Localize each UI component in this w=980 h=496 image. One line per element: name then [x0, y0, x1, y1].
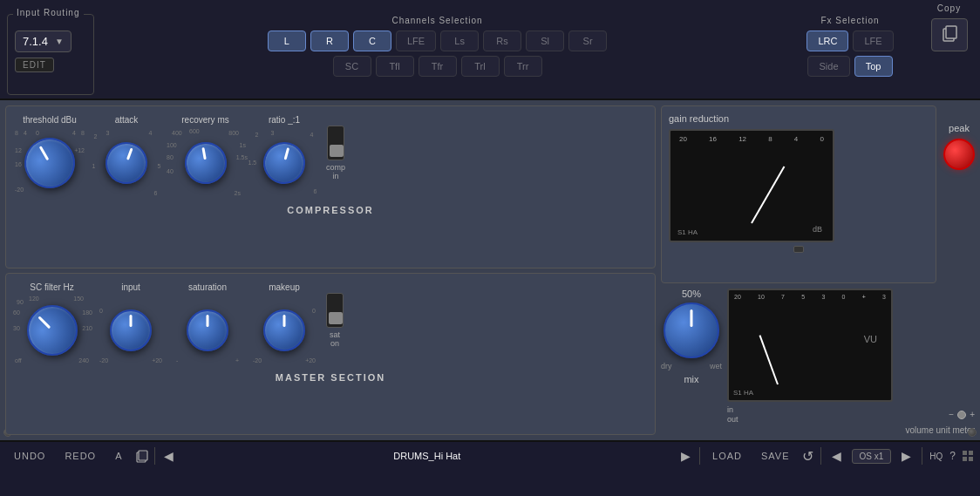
- vu-right-label: VU: [864, 334, 877, 344]
- fx-btn-Top[interactable]: Top: [854, 56, 893, 77]
- ratio-group: ratio _:1 2 3 4 1.5 6: [249, 115, 319, 198]
- sc-filter-knob[interactable]: [16, 294, 87, 365]
- comp-toggle-switch[interactable]: [327, 126, 344, 160]
- saturation-label: saturation: [188, 282, 227, 292]
- gain-meter-box: 20 16 12 8 4 0 dB S1 HA: [669, 129, 834, 242]
- channel-btn-L[interactable]: L: [268, 31, 306, 51]
- sat-toggle-thumb: [329, 312, 343, 324]
- os-next-btn[interactable]: ▶: [898, 447, 915, 465]
- ratio-label: ratio _:1: [269, 115, 300, 125]
- attack-label: attack: [115, 115, 139, 125]
- fx-row-2: Side Top: [807, 56, 892, 77]
- attack-knob-area: 2 3 4 1 5 6: [94, 128, 160, 198]
- gain-scale-12: 12: [738, 135, 746, 143]
- fx-btn-LRC[interactable]: LRC: [806, 31, 848, 51]
- edit-button[interactable]: EDIT: [15, 58, 54, 72]
- top-bar: Input Routing 7.1.4 ▼ EDIT Channels Sele…: [0, 0, 980, 100]
- attack-knob[interactable]: [99, 136, 153, 190]
- copy-button[interactable]: [931, 18, 968, 51]
- vu-minus-btn[interactable]: −: [949, 410, 954, 419]
- a-label[interactable]: A: [108, 448, 129, 464]
- channel-btn-Sr[interactable]: Sr: [568, 31, 607, 51]
- preset-name: DRUMS_Hi Hat: [182, 451, 673, 461]
- mix-section: 50% dry wet mix: [661, 289, 722, 435]
- threshold-group: threshold dBu 8 4 0 4 8 12 +12 16 -20: [15, 115, 85, 198]
- comp-toggle-thumb: [330, 145, 344, 157]
- channel-btn-SC[interactable]: SC: [333, 56, 371, 77]
- makeup-group: makeup 0 -20 +20: [249, 282, 319, 365]
- vu-plus-btn[interactable]: +: [970, 410, 975, 419]
- threshold-scale-l1: 12: [15, 147, 22, 153]
- routing-dropdown[interactable]: 7.1.4 ▼: [15, 31, 71, 52]
- peak-led[interactable]: [943, 139, 975, 170]
- saturation-knob[interactable]: [187, 309, 228, 351]
- right-panel: gain reduction 20 16 12 8 4 0 dB S1 HA: [661, 105, 975, 435]
- save-button[interactable]: SAVE: [754, 448, 797, 464]
- gain-scale-4: 4: [794, 135, 798, 143]
- gain-db-label: dB: [813, 225, 822, 234]
- os-label[interactable]: OS x1: [852, 449, 892, 464]
- input-knob[interactable]: [110, 309, 152, 351]
- copy-icon: [941, 24, 958, 42]
- gain-scale-8: 8: [768, 135, 772, 143]
- copy-small-icon[interactable]: [135, 449, 149, 463]
- channel-btn-Sl[interactable]: Sl: [526, 31, 564, 51]
- makeup-label: makeup: [269, 282, 300, 292]
- hq-button[interactable]: HQ: [929, 452, 943, 461]
- channel-btn-LFE[interactable]: LFE: [396, 31, 436, 51]
- gain-scale-0: 0: [820, 135, 823, 143]
- makeup-knob[interactable]: [263, 309, 305, 351]
- out-label: out: [727, 415, 738, 424]
- threshold-scale-t4: 4: [72, 130, 76, 136]
- vu-bottom-controls: in out − +: [727, 405, 975, 424]
- undo-button[interactable]: UNDO: [7, 448, 52, 464]
- channel-btn-C[interactable]: C: [353, 31, 391, 51]
- next-preset-btn[interactable]: ▶: [677, 447, 694, 465]
- grid-icon: [963, 451, 973, 461]
- ratio-knob[interactable]: [259, 138, 310, 189]
- gain-scale-20: 20: [679, 135, 687, 143]
- peak-section: peak: [943, 105, 975, 283]
- help-button[interactable]: ?: [949, 450, 956, 462]
- sc-filter-group: SC filter Hz 90 120 150 60 180 30 210 of…: [15, 282, 89, 365]
- vu-right-brand: S1 HA: [733, 389, 753, 397]
- gain-brand: S1 HA: [677, 228, 698, 236]
- os-prev-btn[interactable]: ◀: [828, 447, 845, 465]
- in-label: in: [727, 405, 738, 414]
- volume-unit-label: volume unit meter: [727, 425, 975, 435]
- recovery-knob-area: 400 600 800 100 1s 80 1.5s 40 2s: [168, 128, 242, 198]
- fx-btn-Side[interactable]: Side: [807, 56, 849, 77]
- makeup-knob-area: 0 -20 +20: [253, 296, 316, 365]
- gain-peak-row: gain reduction 20 16 12 8 4 0 dB S1 HA: [661, 105, 975, 283]
- fx-selection-section: Fx Selection LRC LFE Side Top: [780, 0, 920, 99]
- load-button[interactable]: LOAD: [705, 448, 749, 464]
- saturation-group: saturation - +: [173, 282, 242, 365]
- sat-toggle-switch[interactable]: [326, 293, 344, 328]
- sat-toggle-group: saton: [326, 293, 344, 348]
- channel-btn-R[interactable]: R: [310, 31, 349, 51]
- sc-filter-label: SC filter Hz: [30, 282, 74, 292]
- mix-knob[interactable]: [664, 302, 719, 358]
- recovery-knob[interactable]: [181, 139, 230, 187]
- channel-btn-Ls[interactable]: Ls: [440, 31, 479, 51]
- wet-label: wet: [710, 362, 722, 370]
- loop-icon[interactable]: ↺: [802, 448, 813, 465]
- compressor-knobs: threshold dBu 8 4 0 4 8 12 +12 16 -20: [15, 115, 646, 198]
- prev-preset-btn[interactable]: ◀: [160, 447, 177, 465]
- threshold-knob[interactable]: [15, 128, 84, 197]
- channel-btn-Trr[interactable]: Trr: [504, 56, 542, 77]
- master-knobs: SC filter Hz 90 120 150 60 180 30 210 of…: [15, 282, 646, 365]
- channel-btn-Tfl[interactable]: Tfl: [376, 56, 414, 77]
- channel-btn-Tfr[interactable]: Tfr: [419, 56, 457, 77]
- compressor-section: threshold dBu 8 4 0 4 8 12 +12 16 -20: [5, 105, 656, 268]
- redo-button[interactable]: REDO: [58, 448, 103, 464]
- gain-reduction-section: gain reduction 20 16 12 8 4 0 dB S1 HA: [661, 105, 936, 283]
- channel-btn-Rs[interactable]: Rs: [483, 31, 521, 51]
- channel-btn-Trl[interactable]: Trl: [461, 56, 500, 77]
- threshold-scale-tl: 8: [15, 130, 18, 136]
- fx-btn-LFE[interactable]: LFE: [853, 31, 893, 51]
- threshold-knob-area: 8 4 0 4 8 12 +12 16 -20: [15, 128, 85, 198]
- routing-value: 7.1.4: [23, 35, 48, 48]
- sat-knob-area: - +: [176, 296, 239, 365]
- vu-meter-box-right: 20 10 7 5 3 0 + 3 VU S1 HA: [727, 289, 893, 402]
